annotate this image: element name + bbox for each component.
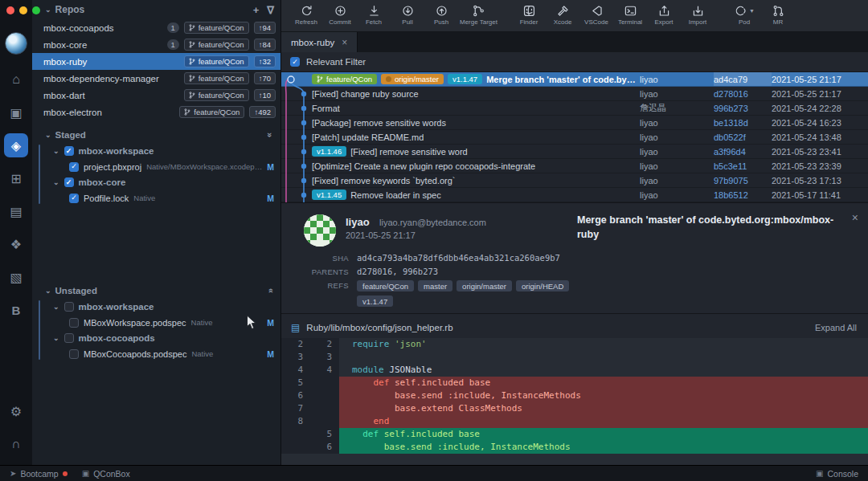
commit-message: [Optimize] Create a new plugin repo coco… [312, 161, 535, 171]
toolbar-pull-button[interactable]: Pull [391, 3, 424, 26]
file-checkbox[interactable] [69, 349, 79, 359]
repo-row-mbox-core[interactable]: mbox-core 1 feature/QCon ↑84 [32, 36, 280, 53]
toolbar-commit-button[interactable]: Commit [323, 3, 357, 26]
console-toggle[interactable]: ▣ Console [816, 469, 858, 479]
chevron-down-icon[interactable]: ⌄ [53, 178, 59, 186]
rail-photos-icon[interactable]: ▧ [4, 265, 28, 289]
file-checkbox[interactable]: ✓ [69, 162, 79, 172]
close-detail-icon[interactable]: × [852, 211, 858, 224]
ref-pill: feature/QCon [357, 280, 414, 291]
toolbar-finder-button[interactable]: Finder [512, 3, 546, 26]
filter-repos-button[interactable]: ∇ [267, 4, 274, 16]
tree-group-mbox-core[interactable]: ⌄ ✓ mbox-core [32, 174, 280, 190]
app-logo-avatar[interactable] [5, 32, 27, 55]
tab-mbox-ruby[interactable]: mbox-ruby × [281, 32, 358, 52]
repo-name: mbox-ruby [43, 57, 179, 67]
toolbar-import-button[interactable]: Import [681, 3, 714, 26]
group-checkbox[interactable]: ✓ [64, 146, 74, 156]
chevron-down-icon[interactable]: ⌄ [53, 147, 59, 155]
repo-row-mbox-dependency-manager[interactable]: mbox-dependency-manager feature/QCon ↑70 [32, 70, 280, 87]
commit-sha-link[interactable]: d278016 [714, 87, 772, 100]
commit-sha-link[interactable]: 996b273 [714, 101, 772, 115]
rail-b-logo-icon[interactable]: B [4, 298, 28, 322]
rail-home-icon[interactable]: ⌂ [4, 67, 28, 92]
rail-repo-diff-icon[interactable]: ◈ [4, 133, 28, 157]
branch-icon [189, 92, 195, 99]
repo-row-mbox-ruby[interactable]: mbox-ruby feature/QCon ↑32 [32, 53, 280, 70]
tree-group-mbox-workspace[interactable]: ⌄ mbox-workspace [32, 299, 280, 315]
commit-row[interactable]: Format 詹迟晶 996b273 2021-05-24 22:28 [281, 101, 868, 116]
code-text: base.send :include, InstanceMethods [339, 389, 868, 402]
toolbar-push-button[interactable]: Push [424, 3, 458, 26]
group-checkbox[interactable] [64, 302, 74, 312]
group-checkbox[interactable] [64, 333, 74, 343]
file-row-podfile-lock[interactable]: ✓ Podfile.lock Native M [32, 190, 280, 206]
relevant-filter-checkbox[interactable]: ✓ [290, 57, 300, 67]
commit-row[interactable]: [Optimize] Create a new plugin repo coco… [281, 159, 868, 173]
commit-row[interactable]: [Package] remove sensitive words liyao b… [281, 116, 868, 130]
toolbar-merge-target-button[interactable]: Merge Target [458, 3, 499, 26]
close-window-button[interactable] [6, 6, 14, 14]
file-row-mboxcocoapods-podspec[interactable]: MBoxCocoapods.podspec Native M [32, 346, 280, 361]
file-row-mboxworkspace-podspec[interactable]: MBoxWorkspace.podspec Native M [32, 315, 280, 330]
toolbar-label: Pull [402, 18, 412, 26]
diff-file-path: Ruby/lib/mbox/config/json_helper.rb [306, 323, 452, 332]
group-checkbox[interactable]: ✓ [64, 177, 74, 187]
toolbar-export-button[interactable]: Export [647, 3, 681, 26]
rail-settings-gear-icon[interactable]: ⚙ [4, 399, 28, 423]
commit-row[interactable]: v1.1.46 [Fixed] remove sensitive word li… [281, 145, 868, 159]
toolbar-vscode-button[interactable]: VSCode [579, 3, 613, 26]
toolbar-terminal-button[interactable]: Terminal [613, 3, 647, 26]
toolbar-mr-button[interactable]: MR [761, 3, 795, 26]
file-row-project-pbxproj[interactable]: ✓ project.pbxproj Native/MBoxWorkspace.x… [32, 159, 280, 174]
commit-sha-link[interactable]: 18b6512 [714, 188, 772, 202]
commit-row[interactable]: [Fixed] change ruby source liyao d278016… [281, 87, 868, 101]
repo-row-mbox-electron[interactable]: mbox-electron feature/QCon ↑492 [32, 104, 280, 120]
expand-all-button[interactable]: Expand All [815, 323, 857, 332]
commit-sha-link[interactable]: 97b9075 [714, 173, 772, 187]
bootcamp-status[interactable]: ➤ Bootcamp [10, 469, 68, 479]
rail-support-headset-icon[interactable]: ∩ [4, 432, 28, 456]
commit-row[interactable]: feature/QConorigin/master v1.1.47 Merge … [281, 72, 868, 87]
commit-sha-link[interactable]: db0522f [714, 130, 772, 144]
rail-plugin-icon[interactable]: ❖ [4, 232, 28, 256]
commit-sha-link[interactable]: b5c3e11 [714, 159, 772, 173]
qconbox-status[interactable]: ▣ QConBox [82, 469, 130, 479]
collapse-all-icon[interactable]: » [265, 132, 275, 137]
commit-sha-link[interactable]: ad4ca79 [714, 72, 772, 86]
rail-package-icon[interactable]: ▣ [4, 100, 28, 124]
tree-group-mbox-cocoapods[interactable]: ⌄ mbox-cocoapods [32, 330, 280, 346]
unstaged-header[interactable]: ⌄ Unstaged » [32, 283, 280, 299]
tree-group-mbox-workspace[interactable]: ⌄ ✓ mbox-workspace [32, 143, 280, 159]
file-checkbox[interactable] [69, 318, 79, 328]
staged-header[interactable]: ⌄ Staged » [32, 127, 280, 143]
commit-row[interactable]: v1.1.45 Remove loader in spec liyao 18b6… [281, 188, 868, 202]
file-checkbox[interactable]: ✓ [69, 194, 79, 203]
chevron-down-icon[interactable]: ⌄ [53, 334, 59, 342]
toolbar-refresh-button[interactable]: Refresh [289, 3, 323, 26]
diff-file-header[interactable]: ▤ Ruby/lib/mbox/config/json_helper.rb Ex… [281, 314, 868, 338]
expand-all-icon[interactable]: » [265, 288, 275, 293]
repo-row-mbox-cocoapods[interactable]: mbox-cocoapods 1 feature/QCon ↑94 [32, 19, 280, 36]
rail-media-list-icon[interactable]: ▤ [4, 199, 28, 223]
add-repo-button[interactable]: + [253, 4, 260, 16]
commit-sha-link[interactable]: a3f96d4 [714, 145, 772, 158]
refs-label: REFS [304, 280, 349, 290]
commit-row[interactable]: [Patch] update README.md liyao db0522f 2… [281, 130, 868, 145]
commit-row[interactable]: [Fixed] remove keywords `byted.org` liya… [281, 173, 868, 188]
chevron-down-icon[interactable]: ⌄ [45, 6, 51, 14]
repo-row-mbox-dart[interactable]: mbox-dart feature/QCon ↑10 [32, 87, 280, 104]
toolbar-fetch-button[interactable]: Fetch [357, 3, 391, 26]
chevron-down-icon[interactable]: ▼ [749, 8, 755, 14]
new-line-number [310, 389, 339, 402]
minimize-window-button[interactable] [19, 6, 27, 14]
rail-apps-grid-icon[interactable]: ⊞ [4, 166, 28, 190]
commit-sha-link[interactable]: be1318d [714, 116, 772, 129]
toolbar-xcode-button[interactable]: Xcode [546, 3, 579, 26]
toolbar-label: Refresh [295, 18, 317, 26]
chevron-down-icon[interactable]: ⌄ [53, 303, 59, 311]
toolbar-pod-button[interactable]: ▼ Pod [727, 3, 761, 26]
close-tab-icon[interactable]: × [342, 37, 347, 48]
zoom-window-button[interactable] [32, 6, 40, 14]
export-icon [657, 4, 671, 18]
